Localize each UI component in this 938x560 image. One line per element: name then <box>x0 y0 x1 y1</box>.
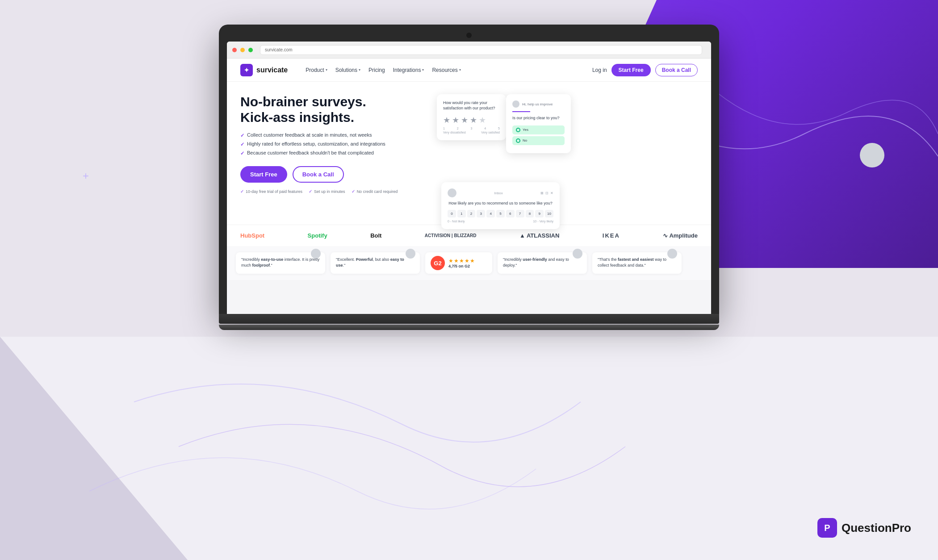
satisfaction-question: How would you rate your satisfaction wit… <box>443 100 500 111</box>
nps-header: Inbox ⊠⊡✕ <box>448 188 553 197</box>
nps-4[interactable]: 4 <box>486 210 495 217</box>
logo-text: survicate <box>256 66 288 74</box>
browser-close-dot[interactable] <box>232 48 237 52</box>
nps-8[interactable]: 8 <box>526 210 534 217</box>
chevron-down-icon: ▾ <box>359 68 360 72</box>
pricing-progress-bar <box>512 111 530 112</box>
nps-3[interactable]: 3 <box>477 210 485 217</box>
hero-left: No-brainer surveys. Kick-ass insights. ✓… <box>240 94 428 225</box>
star-2: ★ <box>452 115 459 125</box>
radio-no <box>516 138 520 143</box>
bolt-logo: Bolt <box>370 232 381 239</box>
testimonial-avatar-4 <box>667 249 677 259</box>
check-icon: ✓ <box>240 189 244 194</box>
testimonial-4: "That's the fastest and easiest way to c… <box>592 252 682 274</box>
nav-actions: Log in Start Free Book a Call <box>592 64 698 76</box>
questionpro-icon: P <box>817 518 837 538</box>
testimonial-3: "Incredibly user-friendly and easy to de… <box>498 252 587 274</box>
nps-scale[interactable]: 0 1 2 3 4 5 6 7 8 9 10 <box>448 210 553 217</box>
nps-widget: Inbox ⊠⊡✕ How likely are you to recommen… <box>441 182 560 229</box>
nav-links: Product ▾ Solutions ▾ Pricing Integratio… <box>306 67 583 73</box>
nav-product[interactable]: Product ▾ <box>306 67 327 73</box>
testimonial-quote-4: "That's the fastest and easiest way to c… <box>598 257 676 268</box>
hero-bullet-3: ✓ Because customer feedback shouldn't be… <box>240 150 428 156</box>
pricing-option-yes[interactable]: Yes <box>512 125 565 134</box>
atlassian-logo: ▲ ATLASSIAN <box>519 232 559 239</box>
star-4: ★ <box>470 115 477 125</box>
login-button[interactable]: Log in <box>592 67 607 73</box>
nav-start-free-button[interactable]: Start Free <box>611 64 651 76</box>
pricing-header: Hi, help us improve <box>512 100 565 108</box>
hero-title: No-brainer surveys. Kick-ass insights. <box>240 94 428 125</box>
testimonials-bar: "Incredibly easy-to-use interface. It is… <box>227 246 711 280</box>
nps-5[interactable]: 5 <box>496 210 505 217</box>
nps-2[interactable]: 2 <box>467 210 476 217</box>
nps-0[interactable]: 0 <box>448 210 456 217</box>
nps-10[interactable]: 10 <box>545 210 553 217</box>
nav-pricing[interactable]: Pricing <box>368 67 385 73</box>
g2-info: ★★★★★ 4,7/5 on G2 <box>448 258 475 268</box>
hero-start-free-button[interactable]: Start Free <box>240 166 287 183</box>
ikea-logo: IKEA <box>603 232 620 239</box>
testimonial-avatar-3 <box>573 249 582 259</box>
pricing-question: Is our pricing clear to you? <box>512 116 565 121</box>
nps-avatar <box>448 188 456 197</box>
testimonial-quote-3: "Incredibly user-friendly and easy to de… <box>503 257 582 268</box>
laptop-camera <box>466 33 472 38</box>
testimonial-avatar-1 <box>311 249 321 259</box>
bg-avatar <box>860 143 884 167</box>
star-3: ★ <box>461 115 468 125</box>
browser-maximize-dot[interactable] <box>248 48 253 52</box>
nps-9[interactable]: 9 <box>535 210 544 217</box>
check-icon: ✓ <box>352 189 355 194</box>
satisfaction-widget: How would you rate your satisfaction wit… <box>437 94 506 140</box>
hero-bullets: ✓ Collect customer feedback at scale in … <box>240 132 428 156</box>
laptop-foot <box>219 325 719 330</box>
check-icon: ✓ <box>240 142 244 147</box>
star-numbers: 12345 <box>443 127 500 130</box>
laptop-body: survicate.com ✦ survicate Product ▾ Solu… <box>219 25 719 314</box>
hero-bullet-2: ✓ Highly rated for effortless setup, cus… <box>240 141 428 147</box>
radio-yes <box>516 128 520 132</box>
micro-trial: ✓ 10-day free trial of paid features <box>240 189 302 194</box>
star-5: ★ <box>479 115 486 125</box>
nps-labels: 0 - Not likely 10 - Very likely <box>448 220 553 223</box>
nav-integrations[interactable]: Integrations ▾ <box>393 67 424 73</box>
star-1: ★ <box>443 115 450 125</box>
pricing-option-no[interactable]: No <box>512 136 565 145</box>
avatar-sm <box>512 100 519 108</box>
micro-setup: ✓ Set up in minutes <box>309 189 345 194</box>
browser-url-bar: survicate.com <box>260 45 702 55</box>
satisfaction-labels: Very dissatisfied Very satisfied <box>443 131 500 134</box>
nps-7[interactable]: 7 <box>516 210 524 217</box>
site-logo[interactable]: ✦ survicate <box>240 64 288 76</box>
browser-chrome: survicate.com <box>227 42 711 59</box>
logo-icon: ✦ <box>240 64 253 76</box>
hero-book-call-button[interactable]: Book a Call <box>293 166 344 183</box>
laptop-base <box>219 314 719 324</box>
nps-1[interactable]: 1 <box>457 210 466 217</box>
testimonial-quote-1: "Incredibly easy-to-use interface. It is… <box>241 257 320 268</box>
nav-resources[interactable]: Resources ▾ <box>432 67 461 73</box>
questionpro-name: QuestionPro <box>842 521 911 535</box>
nav-solutions[interactable]: Solutions ▾ <box>335 67 360 73</box>
testimonial-2: "Excellent. Powerful, but also easy to u… <box>331 252 420 274</box>
g2-icon: G2 <box>431 256 445 270</box>
g2-badge: G2 ★★★★★ 4,7/5 on G2 <box>425 252 492 274</box>
check-icon: ✓ <box>240 150 244 156</box>
star-rating[interactable]: ★ ★ ★ ★ ★ <box>443 115 500 125</box>
laptop-screen: survicate.com ✦ survicate Product ▾ Solu… <box>227 42 711 314</box>
spotify-logo: Spotify <box>308 232 327 239</box>
browser-minimize-dot[interactable] <box>240 48 245 52</box>
plus-icon-1: + <box>83 170 89 182</box>
amplitude-logo: ∿ Amplitude <box>663 232 698 239</box>
testimonial-avatar-2 <box>406 249 415 259</box>
testimonial-1: "Incredibly easy-to-use interface. It is… <box>236 252 325 274</box>
nps-6[interactable]: 6 <box>506 210 515 217</box>
nav-book-call-button[interactable]: Book a Call <box>655 64 698 76</box>
laptop: survicate.com ✦ survicate Product ▾ Solu… <box>219 25 719 330</box>
activision-logo: ACTIVISION | BLIZZARD <box>425 233 477 238</box>
testimonial-quote-2: "Excellent. Powerful, but also easy to u… <box>336 257 415 268</box>
chevron-down-icon: ▾ <box>422 68 424 72</box>
g2-rating: 4,7/5 on G2 <box>448 264 475 268</box>
